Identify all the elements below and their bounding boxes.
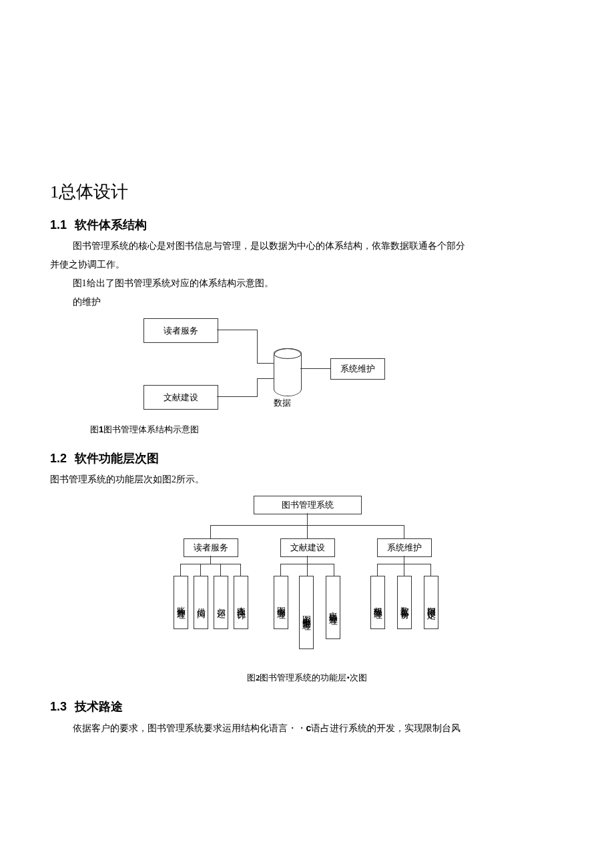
diagram-leaf: 出版社管理 bbox=[326, 576, 340, 639]
caption-prefix: 图 bbox=[90, 424, 99, 434]
diagram-box-system-maintenance: 系统维护 bbox=[330, 358, 385, 380]
paragraph: 图书管理系统的功能层次如图2所示。 bbox=[50, 470, 564, 489]
architecture-diagram: 读者服务 文献建设 系统维护 数据 bbox=[143, 318, 384, 418]
connector-line bbox=[404, 564, 404, 576]
caption-prefix: 图 bbox=[247, 673, 256, 683]
heading-1-1: 1.1软件体系结构 bbox=[50, 217, 564, 233]
connector-line bbox=[257, 378, 274, 379]
caption-text: 图书管理体系结构示意图 bbox=[103, 424, 199, 434]
connector-line bbox=[220, 564, 221, 576]
connector-line bbox=[257, 363, 274, 364]
connector-line bbox=[257, 378, 258, 397]
connector-line bbox=[404, 525, 404, 538]
connector-line bbox=[404, 556, 404, 564]
connector-line bbox=[200, 564, 201, 576]
diagram-box-reader-service: 读者服务 bbox=[143, 318, 218, 343]
heading-num: 1.3 bbox=[50, 700, 67, 713]
heading-1-3: 1.3技术路途 bbox=[50, 699, 564, 715]
connector-line bbox=[240, 564, 241, 576]
diagram-leaf: 账户管理 bbox=[174, 576, 188, 629]
caption-text: 图书管理系统的功能层 bbox=[260, 673, 346, 683]
figure-caption-1: 图1图书管理体系结构示意图 bbox=[90, 421, 564, 438]
diagram-leaf: 数据备份 bbox=[397, 576, 412, 629]
heading-text: 技术路途 bbox=[75, 700, 123, 713]
diagram-leaf: 借阅 bbox=[194, 576, 208, 629]
paragraph: 图1给出了图书管理系统对应的体系结构示意图。 bbox=[50, 274, 564, 293]
connector-line bbox=[210, 525, 211, 538]
heading-text: 软件体系结构 bbox=[75, 218, 147, 232]
diagram-leaf: 权限管理 bbox=[370, 576, 385, 629]
caption-text: 次图 bbox=[350, 673, 367, 683]
diagram-leaf: 图书管理 bbox=[274, 576, 288, 629]
figure-caption-2: 图2图书管理系统的功能层•次图 bbox=[50, 669, 564, 687]
heading-text: 软件功能层次图 bbox=[75, 452, 159, 465]
heading-num: 1.1 bbox=[50, 218, 67, 232]
paragraph: 并使之协调工作。 bbox=[50, 256, 564, 274]
connector-line bbox=[307, 556, 308, 564]
text-run: 语占进行系统的开发，实现限制台风 bbox=[311, 723, 460, 733]
heading-1: 1总体设计 bbox=[50, 180, 564, 203]
heading-num: 1.2 bbox=[50, 452, 67, 465]
function-hierarchy-diagram: 图书管理系统 读者服务 文献建设 系统维护 账户管理 bbox=[174, 496, 440, 663]
connector-line bbox=[257, 330, 258, 363]
diagram-label-data: 数据 bbox=[274, 397, 291, 409]
connector-line bbox=[180, 564, 240, 564]
diagram-leaf: 归还 bbox=[214, 576, 228, 629]
text-run: 依据客户的要求，图书管理系统要求运用结构化语言・・ bbox=[73, 723, 306, 733]
diagram-box-reader-service: 读者服务 bbox=[184, 538, 238, 557]
heading-1-2: 1.2软件功能层次图 bbox=[50, 450, 564, 466]
connector-line bbox=[430, 564, 431, 576]
connector-line bbox=[180, 564, 181, 576]
connector-line bbox=[334, 564, 334, 576]
diagram-leaf: 期限设定 bbox=[424, 576, 438, 629]
connector-line bbox=[307, 564, 308, 576]
diagram-cylinder-data bbox=[274, 348, 302, 396]
connector-line bbox=[280, 564, 281, 576]
connector-line bbox=[377, 564, 378, 576]
diagram-box-document-build: 文献建设 bbox=[143, 385, 218, 410]
paragraph: 图书管理系统的核心是对图书信息与管理，是以数据为中心的体系结构，依靠数据联通各个… bbox=[50, 237, 564, 256]
document-page: 1总体设计 1.1软件体系结构 图书管理系统的核心是对图书信息与管理，是以数据为… bbox=[0, 0, 614, 778]
connector-line bbox=[307, 525, 308, 538]
connector-line bbox=[217, 330, 257, 330]
paragraph: 的维护 bbox=[50, 293, 564, 312]
diagram-leaf: 图书类别管理 bbox=[299, 576, 314, 649]
diagram-box-system-maintenance: 系统维护 bbox=[377, 538, 432, 557]
connector-line bbox=[307, 513, 308, 525]
connector-line bbox=[300, 368, 330, 369]
diagram-box-document-build: 文献建设 bbox=[280, 538, 335, 557]
connector-line bbox=[217, 396, 257, 397]
paragraph: 依据客户的要求，图书管理系统要求运用结构化语言・・c语占进行系统的开发，实现限制… bbox=[50, 719, 564, 738]
connector-line bbox=[210, 556, 211, 564]
diagram-leaf: 查询统计 bbox=[234, 576, 248, 629]
diagram-box-root: 图书管理系统 bbox=[254, 496, 362, 514]
